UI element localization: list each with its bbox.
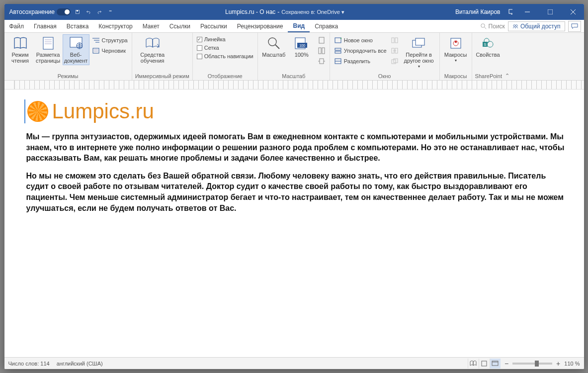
one-page-button[interactable] — [317, 36, 327, 45]
gridlines-checkbox[interactable]: Сетка — [196, 44, 254, 51]
zoom-in-button[interactable]: + — [556, 360, 560, 368]
side-by-side-icon — [391, 36, 399, 44]
switch-window-icon — [411, 36, 427, 51]
statusbar: Число слов: 114 английский (США) − + 110… — [4, 357, 584, 369]
ribbon: Режим чтения Разметка страницы Веб-докум… — [4, 33, 584, 81]
sync-scroll-button[interactable] — [390, 46, 400, 55]
macros-icon — [448, 36, 464, 51]
zoom-slider[interactable] — [512, 363, 552, 365]
tab-review[interactable]: Рецензирование — [232, 20, 288, 32]
svg-line-9 — [484, 27, 486, 29]
properties-button[interactable]: S Свойства — [475, 35, 501, 59]
navpane-checkbox[interactable]: Область навигации — [196, 53, 254, 60]
outline-icon — [92, 36, 100, 44]
page-width-icon — [318, 57, 326, 65]
ruler[interactable] — [4, 81, 584, 90]
document-area[interactable]: Lumpics.ru Мы — группа энтузиастов, одер… — [4, 90, 584, 357]
svg-point-11 — [515, 24, 517, 26]
multi-page-button[interactable] — [317, 46, 327, 55]
svg-rect-49 — [455, 41, 457, 43]
group-immersive: Средства обучения Иммерсивный режим — [132, 33, 193, 80]
arrange-all-button[interactable]: Упорядочить все — [333, 46, 388, 55]
ruler-checkbox[interactable]: ✓Линейка — [196, 36, 254, 43]
svg-point-24 — [268, 38, 276, 46]
read-view-button[interactable] — [468, 359, 479, 369]
read-mode-button[interactable]: Режим чтения — [7, 35, 33, 65]
app-window: Автосохранение ⁼ Lumpics.ru - О нас - Со… — [4, 4, 584, 369]
learning-tools-button[interactable]: Средства обучения — [135, 35, 170, 65]
svg-rect-2 — [509, 9, 512, 13]
group-sharepoint: S Свойства SharePoint — [472, 33, 505, 80]
checkbox-icon — [197, 45, 202, 51]
maximize-button[interactable] — [540, 4, 560, 20]
web-view-button[interactable] — [490, 359, 501, 369]
tab-insert[interactable]: Вставка — [62, 20, 94, 32]
paragraph-1: Мы — группа энтузиастов, одержимых идеей… — [26, 131, 570, 164]
reset-position-button[interactable] — [390, 57, 400, 66]
one-page-icon — [318, 36, 326, 44]
zoom-button[interactable]: Масштаб — [261, 35, 287, 59]
language-indicator[interactable]: английский (США) — [57, 361, 103, 367]
tab-help[interactable]: Справка — [310, 20, 343, 32]
redo-icon[interactable] — [95, 8, 103, 16]
titlebar: Автосохранение ⁼ Lumpics.ru - О нас - Со… — [4, 4, 584, 20]
book-icon — [12, 36, 28, 51]
tab-references[interactable]: Ссылки — [165, 20, 195, 32]
svg-rect-21 — [93, 48, 99, 53]
zoom-out-button[interactable]: − — [504, 360, 508, 368]
draft-button[interactable]: Черновик — [91, 46, 129, 55]
svg-rect-31 — [322, 48, 325, 54]
tab-view[interactable]: Вид — [288, 20, 310, 32]
new-window-button[interactable]: +Новое окно — [333, 36, 388, 45]
sync-scroll-icon — [391, 47, 399, 55]
ribbon-display-icon[interactable] — [506, 8, 514, 16]
svg-rect-3 — [511, 14, 512, 14]
svg-rect-32 — [320, 59, 324, 64]
undo-icon[interactable] — [84, 8, 92, 16]
autosave-toggle[interactable]: Автосохранение — [9, 8, 71, 15]
reset-pos-icon — [391, 57, 399, 65]
page-width-button[interactable] — [317, 57, 327, 66]
share-button[interactable]: Общий доступ — [508, 21, 565, 31]
search-box[interactable]: Поиск — [481, 23, 505, 30]
svg-rect-54 — [482, 361, 487, 366]
tab-home[interactable]: Главная — [29, 20, 62, 32]
svg-point-51 — [487, 41, 493, 47]
macros-button[interactable]: Макросы▾ — [443, 35, 469, 64]
collapse-ribbon-button[interactable]: ⌃ — [505, 73, 513, 80]
close-button[interactable] — [563, 4, 583, 20]
side-by-side-button[interactable] — [390, 36, 400, 45]
tab-layout[interactable]: Макет — [138, 20, 165, 32]
qat-dropdown-icon[interactable]: ⁼ — [106, 8, 114, 16]
outline-button[interactable]: Структура — [91, 36, 129, 45]
tab-design[interactable]: Конструктор — [93, 20, 137, 32]
draft-icon — [92, 47, 100, 55]
save-icon[interactable] — [74, 8, 82, 16]
print-view-button[interactable] — [479, 359, 490, 369]
tab-mailings[interactable]: Рассылки — [195, 20, 232, 32]
svg-rect-1 — [77, 10, 78, 12]
tab-file[interactable]: Файл — [4, 20, 29, 32]
magnifier-icon — [266, 36, 282, 51]
split-button[interactable]: Разделить — [333, 57, 388, 66]
web-layout-button[interactable]: Веб-документ — [63, 35, 89, 65]
checkbox-checked-icon: ✓ — [197, 37, 202, 42]
user-name[interactable]: Виталий Каиров — [455, 8, 504, 15]
minimize-button[interactable] — [517, 4, 537, 20]
split-icon — [334, 57, 342, 65]
word-count[interactable]: Число слов: 114 — [8, 361, 50, 367]
print-layout-button[interactable]: Разметка страницы — [35, 35, 61, 65]
svg-text:S: S — [484, 42, 486, 47]
group-modes: Режим чтения Разметка страницы Веб-докум… — [4, 33, 132, 80]
arrange-icon — [334, 47, 342, 55]
switch-window-button[interactable]: Перейти в другое окно▾ — [402, 35, 436, 70]
svg-text:+: + — [340, 37, 341, 41]
orange-logo-icon — [27, 101, 48, 122]
zoom-100-button[interactable]: 100 100% — [289, 35, 315, 59]
learning-icon — [145, 36, 161, 51]
svg-rect-47 — [451, 38, 461, 48]
checkbox-icon — [197, 54, 202, 59]
svg-rect-55 — [492, 361, 498, 366]
comments-button[interactable] — [568, 21, 581, 32]
zoom-level[interactable]: 110 % — [564, 361, 580, 367]
